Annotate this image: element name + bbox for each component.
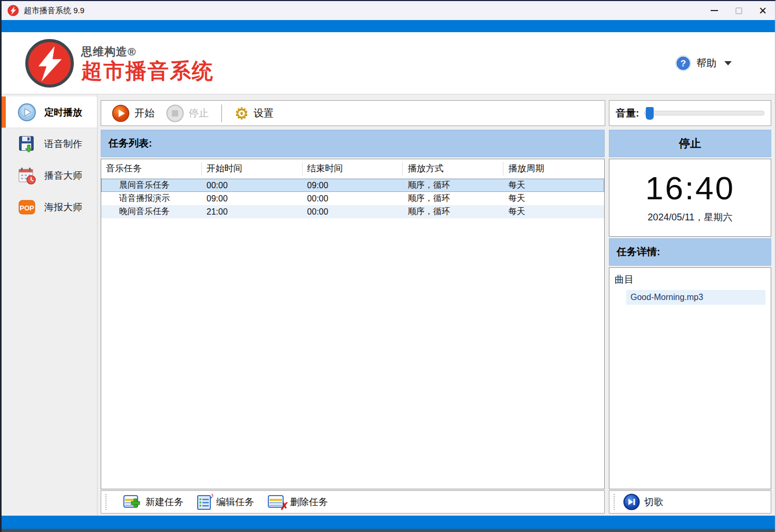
stop-button[interactable]: 停止	[163, 103, 212, 123]
playback-state-banner: 停止	[609, 130, 771, 157]
window-controls: ✕	[702, 1, 775, 20]
floppy-save-icon	[17, 134, 36, 153]
skip-song-button[interactable]: 切歌	[623, 494, 663, 510]
chevron-down-icon	[724, 61, 732, 65]
table-row[interactable]: 晚间音乐任务 21:00 00:00 顺序，循环 每天	[101, 205, 604, 218]
cell-play-mode: 顺序，循环	[403, 180, 503, 191]
task-list-column: 任务列表: 音乐任务 开始时间 结束时间 播放方式 播放周期 晨间音乐任务 00…	[101, 130, 605, 514]
start-button[interactable]: 开始	[109, 103, 158, 123]
cell-end-time: 00:00	[303, 207, 403, 217]
task-list-header: 任务列表:	[101, 130, 605, 157]
content-area: 定时播放 语音制作	[2, 94, 775, 516]
cell-play-mode: 顺序，循环	[403, 193, 503, 204]
sidebar-item-label: 定时播放	[44, 106, 82, 119]
task-details-header: 任务详情:	[609, 238, 771, 266]
minimize-button[interactable]	[702, 1, 726, 20]
pop-poster-icon: POP	[17, 198, 36, 217]
bottom-accent-bar	[2, 516, 775, 529]
cell-play-cycle: 每天	[503, 180, 604, 191]
close-button[interactable]: ✕	[751, 1, 775, 20]
column-header-music-task[interactable]: 音乐任务	[101, 162, 202, 176]
start-play-icon	[112, 104, 130, 122]
track-tree-panel: 曲目 Good-Morning.mp3	[609, 267, 771, 489]
main-area: 开始 停止 ⚙ 设置 音量:	[98, 94, 775, 516]
cell-play-cycle: 每天	[503, 193, 604, 204]
music-note-icon: ♪	[210, 491, 214, 500]
maximize-icon	[735, 7, 742, 14]
sidebar-item-poster-master[interactable]: POP 海报大师	[2, 191, 97, 223]
sidebar-item-voice-production[interactable]: 语音制作	[2, 128, 97, 160]
sidebar-item-label: 海报大师	[44, 201, 82, 214]
settings-button[interactable]: ⚙ 设置	[231, 104, 277, 122]
play-circle-icon	[17, 103, 36, 122]
table-row[interactable]: 语音播报演示 09:00 00:00 顺序，循环 每天	[101, 192, 604, 205]
task-table-header-row: 音乐任务 开始时间 结束时间 播放方式 播放周期	[101, 159, 604, 179]
cell-start-time: 09:00	[202, 194, 303, 204]
toolbar-separator	[221, 104, 222, 122]
table-row[interactable]: 晨间音乐任务 00:00 09:00 顺序，循环 每天	[101, 179, 604, 192]
window-title: 超市播音系统 9.9	[24, 6, 84, 16]
column-header-start-time[interactable]: 开始时间	[202, 162, 303, 176]
help-icon: ?	[675, 55, 692, 72]
delete-task-button[interactable]: ✗ 删除任务	[268, 495, 328, 509]
start-label: 开始	[134, 107, 154, 120]
gear-icon: ⚙	[235, 105, 249, 121]
sidebar: 定时播放 语音制作	[2, 94, 98, 516]
cell-task-name: 晨间音乐任务	[101, 180, 202, 191]
red-x-icon: ✗	[280, 501, 289, 511]
cell-play-cycle: 每天	[503, 206, 604, 217]
title-bar: 超市播音系统 9.9 ✕	[2, 1, 775, 20]
brand-text: 思维构造® 超市播音系统	[81, 44, 214, 82]
new-task-button[interactable]: 新建任务	[123, 495, 183, 509]
sidebar-item-broadcast-master[interactable]: 播音大师	[2, 160, 97, 191]
calendar-clock-icon	[17, 166, 36, 185]
maximize-button[interactable]	[726, 1, 751, 20]
tree-root-label[interactable]: 曲目	[615, 273, 765, 286]
help-button[interactable]: ? 帮助	[675, 55, 732, 72]
edit-task-label: 编辑任务	[216, 496, 254, 508]
app-icon	[7, 5, 19, 16]
skip-action-bar: 切歌	[609, 490, 771, 514]
column-header-end-time[interactable]: 结束时间	[303, 162, 403, 176]
stop-icon	[166, 104, 184, 122]
app-window: 超市播音系统 9.9 ✕ 思维构造® 超市播音系统 ? 帮助	[0, 0, 776, 532]
task-table: 音乐任务 开始时间 结束时间 播放方式 播放周期 晨间音乐任务 00:00 09…	[101, 159, 605, 489]
brand-company: 思维构造®	[81, 44, 214, 59]
delete-task-label: 删除任务	[290, 496, 328, 508]
clock-time: 16:40	[645, 172, 735, 205]
next-track-icon	[623, 494, 640, 510]
cell-end-time: 00:00	[303, 194, 403, 204]
toolbar-row: 开始 停止 ⚙ 设置 音量:	[101, 100, 771, 126]
stop-label: 停止	[189, 107, 209, 120]
toolbar-grip	[105, 494, 109, 510]
clock-panel: 16:40 2024/05/11，星期六	[609, 159, 771, 237]
cell-end-time: 09:00	[303, 181, 403, 190]
volume-slider-thumb[interactable]	[646, 107, 654, 120]
table-empty-space	[101, 218, 604, 489]
playback-toolbar: 开始 停止 ⚙ 设置	[101, 100, 605, 126]
edit-task-icon: ♪	[197, 494, 212, 510]
column-header-play-mode[interactable]: 播放方式	[403, 162, 503, 176]
cell-task-name: 语音播报演示	[101, 193, 202, 204]
new-task-icon	[123, 495, 141, 509]
toolbar-grip	[614, 494, 617, 510]
brand-product: 超市播音系统	[81, 59, 214, 82]
settings-label: 设置	[254, 107, 274, 120]
cell-task-name: 晚间音乐任务	[101, 206, 202, 217]
new-task-label: 新建任务	[146, 496, 183, 508]
volume-slider[interactable]	[644, 111, 764, 115]
skip-song-label: 切歌	[644, 496, 663, 508]
sidebar-item-timed-play[interactable]: 定时播放	[2, 96, 97, 128]
status-column: 停止 16:40 2024/05/11，星期六 任务详情: 曲目 Good-Mo…	[609, 130, 771, 514]
task-action-bar: 新建任务 ♪	[101, 490, 605, 514]
svg-text:?: ?	[681, 59, 686, 69]
track-list-item[interactable]: Good-Morning.mp3	[626, 290, 765, 305]
logo-lightning-icon	[25, 39, 74, 88]
edit-task-button[interactable]: ♪ 编辑任务	[197, 494, 254, 510]
help-label: 帮助	[696, 56, 716, 70]
sidebar-item-label: 播音大师	[44, 169, 82, 182]
svg-text:POP: POP	[20, 204, 34, 212]
column-header-play-cycle[interactable]: 播放周期	[503, 162, 604, 176]
cell-play-mode: 顺序，循环	[403, 206, 503, 217]
brand-header: 思维构造® 超市播音系统 ? 帮助	[2, 32, 775, 94]
